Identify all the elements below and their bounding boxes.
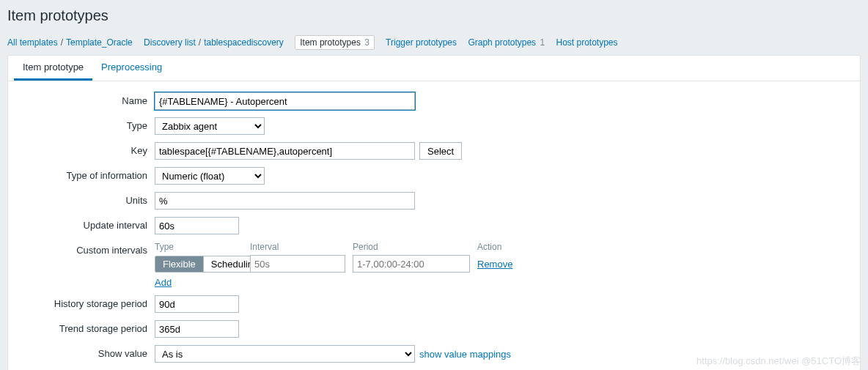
- label-trend: Trend storage period: [15, 320, 155, 334]
- ci-remove-link[interactable]: Remove: [477, 259, 512, 270]
- label-custom-intervals: Custom intervals: [15, 242, 155, 256]
- label-units: Units: [15, 192, 155, 206]
- label-history: History storage period: [15, 295, 155, 309]
- label-name: Name: [15, 92, 155, 106]
- label-type-of-information: Type of information: [15, 167, 155, 181]
- ci-header-period: Period: [353, 242, 477, 252]
- bc-template-oracle[interactable]: Template_Oracle: [66, 37, 133, 48]
- ci-header-interval: Interval: [250, 242, 353, 252]
- page-title: Item prototypes: [7, 7, 861, 24]
- bc-item-prototypes-current: Item prototypes 3: [295, 35, 375, 50]
- label-type: Type: [15, 117, 155, 131]
- bc-tablespace-discovery[interactable]: tablespacediscovery: [204, 37, 284, 48]
- bc-host-prototypes[interactable]: Host prototypes: [556, 37, 617, 48]
- bc-trigger-prototypes[interactable]: Trigger prototypes: [386, 37, 457, 48]
- label-key: Key: [15, 142, 155, 156]
- bc-all-templates[interactable]: All templates: [7, 37, 58, 48]
- breadcrumb: All templates/Template_Oracle Discovery …: [0, 34, 868, 55]
- show-value-select[interactable]: As is: [155, 345, 415, 363]
- ci-add-link[interactable]: Add: [155, 277, 172, 288]
- trend-input[interactable]: [155, 320, 239, 338]
- bc-graph-prototypes[interactable]: Graph prototypes: [468, 37, 536, 48]
- ci-flexible-button[interactable]: Flexible: [155, 256, 203, 272]
- type-of-information-select[interactable]: Numeric (float): [155, 167, 265, 185]
- label-show-value: Show value: [15, 345, 155, 359]
- update-interval-input[interactable]: [155, 217, 239, 234]
- type-select[interactable]: Zabbix agent: [155, 117, 265, 135]
- key-input[interactable]: [155, 142, 415, 160]
- ci-header-type: Type: [155, 242, 250, 252]
- separator: /: [61, 37, 63, 48]
- ci-period-input[interactable]: [353, 255, 470, 273]
- ci-interval-input[interactable]: [250, 255, 345, 273]
- units-input[interactable]: [155, 192, 415, 210]
- form-panel: Item prototype Preprocessing Name Type Z…: [7, 55, 861, 370]
- ci-header-action: Action: [477, 242, 521, 252]
- separator: /: [199, 37, 201, 48]
- tab-item-prototype[interactable]: Item prototype: [14, 56, 92, 81]
- name-input[interactable]: [155, 92, 415, 110]
- select-key-button[interactable]: Select: [419, 142, 462, 160]
- show-value-mappings-link[interactable]: show value mappings: [419, 349, 511, 360]
- tabs: Item prototype Preprocessing: [8, 56, 860, 81]
- custom-intervals-table: Type Interval Period Action Flexible Sch…: [155, 242, 521, 288]
- history-input[interactable]: [155, 295, 239, 313]
- label-update-interval: Update interval: [15, 217, 155, 231]
- bc-discovery-list[interactable]: Discovery list: [144, 37, 196, 48]
- tab-preprocessing[interactable]: Preprocessing: [92, 56, 171, 81]
